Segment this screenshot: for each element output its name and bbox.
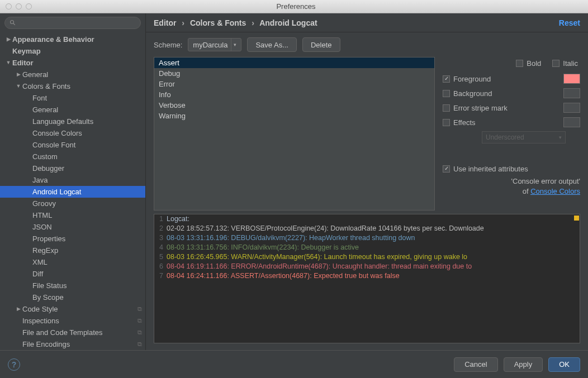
tree-item[interactable]: File and Code Templates⧉: [0, 327, 145, 338]
error-stripe-marker-icon: [574, 216, 579, 221]
foreground-checkbox[interactable]: ✓Foreground: [443, 75, 491, 83]
tree-item[interactable]: Console Font: [0, 139, 145, 151]
chevron-down-icon[interactable]: ▼: [15, 80, 22, 92]
line-number: 5: [154, 252, 167, 262]
scheme-label: Scheme:: [154, 41, 182, 49]
tree-item[interactable]: RegExp: [0, 245, 145, 256]
line-number: 1: [154, 214, 167, 224]
save-as-button[interactable]: Save As...: [247, 37, 297, 52]
list-item[interactable]: Info: [154, 89, 434, 100]
tree-item[interactable]: XML: [0, 256, 145, 268]
project-level-icon: ⧉: [137, 327, 142, 338]
list-item[interactable]: Assert: [154, 58, 434, 68]
effects-color-swatch[interactable]: [563, 117, 580, 127]
help-button[interactable]: ?: [8, 358, 20, 371]
chevron-right-icon: ›: [178, 18, 188, 27]
chevron-right-icon[interactable]: ▶: [4, 34, 12, 45]
tree-item-label: HTML: [32, 209, 52, 221]
tree-item[interactable]: Console Colors: [0, 127, 145, 139]
effects-type-select: Underscored ▾: [482, 131, 566, 143]
tree-item[interactable]: Properties: [0, 233, 145, 245]
tree-item[interactable]: HTML: [0, 209, 145, 221]
tree-item[interactable]: Java: [0, 174, 145, 186]
chevron-right-icon: ›: [248, 18, 258, 27]
list-item[interactable]: Warning: [154, 111, 434, 121]
tree-item[interactable]: Groovy: [0, 198, 145, 209]
chevron-down-icon: ▾: [231, 39, 239, 51]
tree-item-label: Debugger: [32, 162, 64, 174]
window-close-icon[interactable]: [6, 3, 12, 9]
attribute-settings: Bold Italic ✓Foreground Background Error…: [443, 57, 580, 210]
title-bar: Preferences: [0, 0, 588, 13]
list-item[interactable]: Verbose: [154, 100, 434, 111]
reset-link[interactable]: Reset: [559, 18, 580, 27]
tree-item[interactable]: General: [0, 104, 145, 116]
tree-item[interactable]: ▶General: [0, 69, 145, 80]
tree-item[interactable]: ▶Code Style⧉: [0, 303, 145, 315]
tree-item-label: Appearance & Behavior: [12, 34, 94, 45]
tree-item-label: Font: [32, 92, 47, 104]
foreground-color-swatch[interactable]: [563, 74, 580, 84]
tree-item-label: General: [32, 104, 58, 116]
tree-item[interactable]: Debugger: [0, 162, 145, 174]
console-colors-link[interactable]: Console Colors: [530, 187, 580, 195]
inherit-checkbox[interactable]: ✓Use inherited attributes: [443, 165, 528, 173]
preview-line: 708-04 16:24:11.166: ASSERT/Assertion(46…: [154, 271, 580, 281]
tree-item[interactable]: File Status: [0, 280, 145, 291]
tree-item[interactable]: File Encodings⧉: [0, 338, 145, 350]
tree-item-label: Editor: [12, 57, 34, 69]
tree-item[interactable]: JSON: [0, 221, 145, 233]
tree-item[interactable]: ▶Appearance & Behavior: [0, 34, 145, 45]
chevron-down-icon[interactable]: ▼: [4, 57, 12, 69]
preview-text: 08-04 16:19:11.166: ERROR/AndroidRuntime…: [167, 262, 472, 271]
preview-text: 08-03 16:26:45.965: WARN/ActivityManager…: [167, 252, 467, 262]
background-checkbox[interactable]: Background: [443, 89, 492, 98]
background-color-swatch[interactable]: [563, 88, 580, 98]
project-level-icon: ⧉: [137, 338, 142, 350]
breadcrumb: Editor › Colors & Fonts › Android Logcat…: [146, 13, 588, 32]
bold-checkbox[interactable]: Bold: [516, 59, 541, 68]
sidebar: ▶Appearance & BehaviorKeymap▼Editor▶Gene…: [0, 13, 146, 350]
tree-item-label: Diff: [32, 268, 43, 280]
attributes-list[interactable]: AssertDebugErrorInfoVerboseWarning: [154, 57, 435, 210]
settings-tree[interactable]: ▶Appearance & BehaviorKeymap▼Editor▶Gene…: [0, 32, 145, 350]
scheme-select[interactable]: myDarcula ▾: [188, 38, 241, 51]
effects-checkbox[interactable]: Effects: [443, 118, 476, 127]
tree-item[interactable]: Inspections⧉: [0, 315, 145, 327]
list-item[interactable]: Error: [154, 79, 434, 89]
tree-item-label: File and Code Templates: [22, 327, 103, 338]
tree-item[interactable]: By Scope: [0, 291, 145, 303]
search-input[interactable]: [4, 17, 141, 29]
tree-item[interactable]: Language Defaults: [0, 116, 145, 127]
window-zoom-icon[interactable]: [26, 3, 32, 9]
svg-point-0: [11, 21, 14, 24]
list-item[interactable]: Debug: [154, 68, 434, 79]
inherit-note: 'Console error output' of Console Colors: [443, 176, 580, 197]
tree-item[interactable]: Font: [0, 92, 145, 104]
tree-item[interactable]: Custom: [0, 151, 145, 162]
chevron-right-icon[interactable]: ▶: [15, 69, 22, 80]
delete-button[interactable]: Delete: [302, 37, 340, 52]
breadcrumb-segment[interactable]: Editor: [154, 18, 176, 27]
preview-line: 608-04 16:19:11.166: ERROR/AndroidRuntim…: [154, 262, 580, 271]
tree-item-label: RegExp: [32, 245, 58, 256]
tree-item[interactable]: Keymap: [0, 45, 145, 57]
tree-item[interactable]: Diff: [0, 268, 145, 280]
error-stripe-color-swatch[interactable]: [563, 103, 580, 113]
line-number: 3: [154, 233, 167, 243]
tree-item[interactable]: ▼Colors & Fonts: [0, 80, 145, 92]
tree-item[interactable]: ▼Editor: [0, 57, 145, 69]
window-minimize-icon[interactable]: [16, 3, 22, 9]
preview-line: 408-03 13:31:16.756: INFO/dalvikvm(2234)…: [154, 243, 580, 252]
tree-item-label: By Scope: [32, 291, 64, 303]
tree-item-label: XML: [32, 256, 48, 268]
apply-button[interactable]: Apply: [504, 357, 543, 372]
breadcrumb-segment[interactable]: Colors & Fonts: [190, 18, 246, 27]
cancel-button[interactable]: Cancel: [454, 357, 497, 372]
italic-checkbox[interactable]: Italic: [552, 59, 578, 68]
tree-item[interactable]: Android Logcat: [0, 186, 145, 198]
line-number: 7: [154, 271, 167, 281]
ok-button[interactable]: OK: [548, 357, 580, 372]
error-stripe-checkbox[interactable]: Error stripe mark: [443, 104, 508, 112]
chevron-right-icon[interactable]: ▶: [15, 303, 22, 315]
